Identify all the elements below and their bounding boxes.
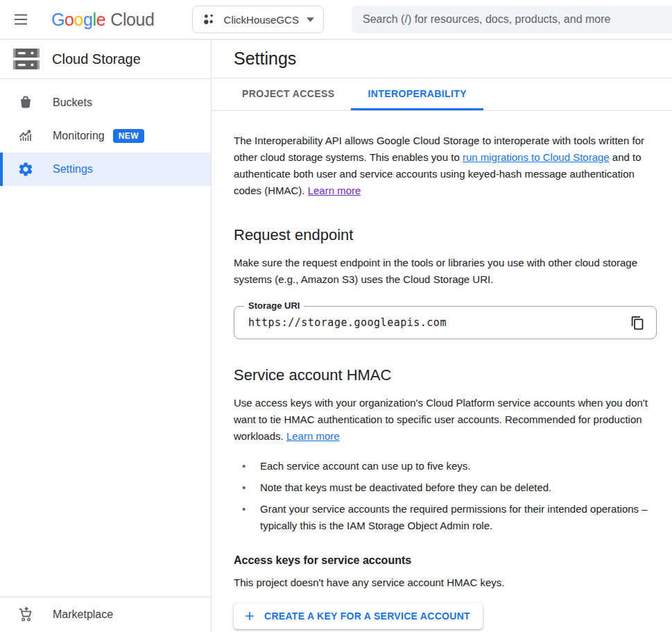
run-migrations-link[interactable]: run migrations to Cloud Storage bbox=[463, 151, 610, 163]
create-key-button-label: CREATE A KEY FOR A SERVICE ACCOUNT bbox=[264, 610, 470, 622]
main-content: Settings PROJECT ACCESS INTEROPERABILITY… bbox=[212, 40, 672, 632]
monitoring-chart-icon bbox=[17, 128, 34, 144]
storage-uri-field: Storage URI bbox=[234, 306, 657, 339]
sidebar-title: Cloud Storage bbox=[52, 51, 141, 67]
create-key-button[interactable]: CREATE A KEY FOR A SERVICE ACCOUNT bbox=[234, 603, 483, 629]
sidebar: Cloud Storage Buckets bbox=[0, 40, 212, 632]
page-title: Settings bbox=[234, 49, 296, 69]
sidebar-nav: Buckets Monitoring NEW bbox=[0, 79, 211, 186]
sidebar-item-settings[interactable]: Settings bbox=[0, 153, 211, 186]
tab-project-access[interactable]: PROJECT ACCESS bbox=[225, 78, 351, 110]
service-account-hmac-heading: Service account HMAC bbox=[234, 366, 672, 385]
sidebar-footer: Marketplace bbox=[0, 597, 211, 632]
list-item: Grant your service accounts the required… bbox=[234, 501, 671, 534]
learn-more-link[interactable]: Learn more bbox=[286, 430, 340, 442]
tab-bar: PROJECT ACCESS INTEROPERABILITY bbox=[212, 78, 672, 111]
sidebar-item-marketplace[interactable]: Marketplace bbox=[0, 597, 211, 632]
copy-button[interactable] bbox=[626, 311, 649, 334]
logo-google-wordmark: Google bbox=[51, 10, 105, 30]
sidebar-header: Cloud Storage bbox=[0, 40, 211, 79]
sidebar-item-monitoring[interactable]: Monitoring NEW bbox=[0, 119, 211, 153]
interoperability-panel: The Interoperability API allows Google C… bbox=[212, 111, 672, 629]
hamburger-icon bbox=[12, 11, 29, 28]
topbar: Google Cloud ClickHouseGCS bbox=[0, 0, 672, 40]
access-keys-heading: Access keys for service accounts bbox=[234, 554, 672, 567]
sidebar-item-label: Monitoring bbox=[53, 130, 105, 142]
page-header: Settings bbox=[212, 40, 672, 78]
search-input[interactable] bbox=[363, 13, 669, 26]
request-endpoint-heading: Request endpoint bbox=[234, 225, 672, 245]
sidebar-item-label: Marketplace bbox=[53, 608, 113, 621]
learn-more-link[interactable]: Learn more bbox=[308, 185, 361, 196]
project-name: ClickHouseGCS bbox=[224, 14, 299, 26]
list-item: Each service account can use up to five … bbox=[234, 458, 671, 475]
google-cloud-logo[interactable]: Google Cloud bbox=[51, 10, 155, 30]
request-endpoint-description: Make sure the request endpoint in the to… bbox=[234, 255, 664, 288]
bucket-icon bbox=[17, 94, 34, 111]
list-item: Note that keys must be deactivated befor… bbox=[234, 479, 671, 496]
storage-uri-label: Storage URI bbox=[244, 300, 304, 311]
sidebar-item-label: Buckets bbox=[53, 96, 92, 109]
sidebar-item-buckets[interactable]: Buckets bbox=[0, 86, 211, 119]
storage-uri-value[interactable] bbox=[248, 316, 626, 329]
hmac-bullet-list: Each service account can use up to five … bbox=[234, 458, 672, 534]
gear-icon bbox=[17, 161, 34, 178]
project-selector[interactable]: ClickHouseGCS bbox=[192, 6, 324, 33]
marketplace-cart-icon bbox=[17, 606, 34, 623]
copy-icon bbox=[630, 316, 645, 330]
sidebar-item-label: Settings bbox=[53, 163, 93, 176]
search-bar[interactable] bbox=[352, 6, 672, 33]
cloud-storage-icon bbox=[13, 47, 40, 71]
tab-interoperability[interactable]: INTEROPERABILITY bbox=[351, 78, 483, 110]
plus-icon bbox=[243, 609, 257, 623]
menu-button[interactable] bbox=[4, 3, 37, 36]
access-keys-empty-text: This project doesn't have any service ac… bbox=[234, 574, 672, 591]
project-dots-icon bbox=[201, 12, 216, 27]
new-badge: NEW bbox=[113, 129, 144, 143]
interoperability-intro: The Interoperability API allows Google C… bbox=[234, 133, 664, 199]
service-account-hmac-description: Use access keys with your organization's… bbox=[234, 395, 664, 445]
chevron-down-icon bbox=[307, 17, 314, 22]
logo-cloud-text: Cloud bbox=[110, 10, 154, 30]
google-cloud-console: Google Cloud ClickHouseGCS bbox=[0, 0, 672, 632]
